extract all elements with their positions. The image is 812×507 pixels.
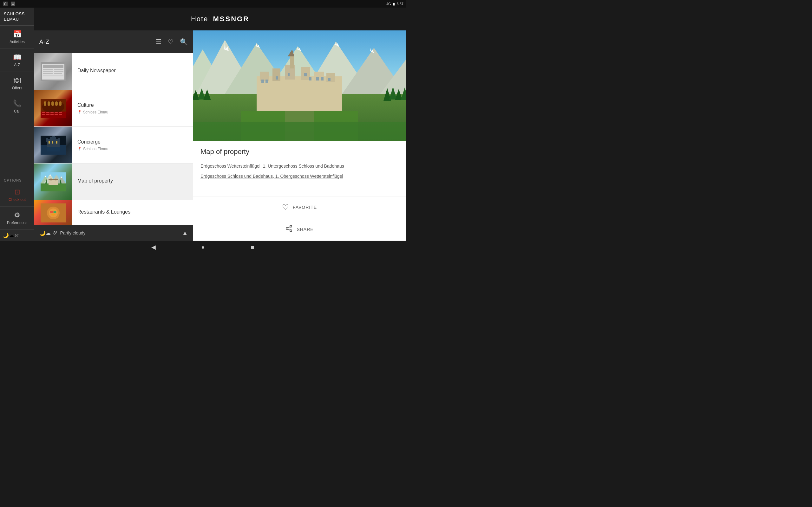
time-label: 6:57 xyxy=(397,2,403,6)
status-bar: G A 4G ▮ 6:57 xyxy=(0,0,406,8)
sidebar: SCHLOSS ELMAU 📅 Activities 📖 A-Z 🍽 Offer… xyxy=(0,8,34,241)
map-title: Map of property xyxy=(78,178,188,184)
restaurants-thumb xyxy=(34,200,72,225)
list-header-title: A-Z xyxy=(39,39,49,45)
culture-subtitle: 📍 Schloss Elmau xyxy=(78,110,188,114)
svg-rect-28 xyxy=(48,101,50,106)
svg-point-115 xyxy=(286,228,288,229)
concierge-location: Schloss Elmau xyxy=(83,147,108,151)
back-button[interactable]: ◀ xyxy=(148,241,159,253)
weather-info: 🌙☁ 8° Partly cloudy xyxy=(39,230,86,236)
svg-rect-45 xyxy=(47,147,60,152)
svg-rect-97 xyxy=(290,56,294,68)
detail-link-1[interactable]: Erdgeschoss Wettersteinflügel, 1. Unterg… xyxy=(200,164,398,169)
svg-rect-31 xyxy=(59,101,61,106)
hotel-name-line2: ELMAU xyxy=(4,17,31,22)
svg-rect-12 xyxy=(54,73,62,74)
svg-rect-113 xyxy=(193,122,406,141)
offers-label: Offers xyxy=(12,86,22,90)
activities-label: Activities xyxy=(9,40,24,44)
culture-location: Schloss Elmau xyxy=(83,110,108,114)
svg-point-116 xyxy=(290,230,292,232)
sidebar-item-az[interactable]: 📖 A-Z xyxy=(0,49,34,72)
svg-point-65 xyxy=(53,211,56,213)
list-header: A-Z ☰ ♡ 🔍 xyxy=(34,31,193,53)
home-button[interactable]: ● xyxy=(197,241,209,253)
options-label: OPTIONS xyxy=(0,175,34,183)
culture-thumb xyxy=(34,90,72,126)
favorite-icon-header[interactable]: ♡ xyxy=(168,38,173,46)
sidebar-item-call[interactable]: 📞 Call xyxy=(0,95,34,118)
svg-rect-24 xyxy=(50,114,54,115)
culture-title: Culture xyxy=(78,102,188,108)
sidebar-item-checkout[interactable]: ⊡ Check out xyxy=(0,183,34,207)
map-thumb-img xyxy=(34,164,72,200)
svg-rect-101 xyxy=(326,73,335,82)
recent-button[interactable]: ■ xyxy=(247,241,258,253)
list-item-newspaper[interactable]: Daily Newspaper xyxy=(34,53,193,90)
weather-description: Partly cloudy xyxy=(60,230,85,235)
detail-link-2[interactable]: Erdgeschoss Schloss und Badehaus, 1. Obe… xyxy=(200,174,398,179)
app-icon: A xyxy=(10,1,16,7)
svg-rect-30 xyxy=(55,101,58,106)
action-favorite[interactable]: ♡ FAVORITE xyxy=(193,196,406,218)
sidebar-item-offers[interactable]: 🍽 Offers xyxy=(0,72,34,95)
checkout-label: Check out xyxy=(9,198,26,202)
signal-label: 4G xyxy=(386,2,391,6)
list-item-map[interactable]: Map of property xyxy=(34,164,193,200)
heart-icon: ♡ xyxy=(282,203,289,212)
restaurants-thumb-img xyxy=(34,200,72,225)
restaurants-title: Restaurants & Lounges xyxy=(78,209,188,215)
google-icon: G xyxy=(3,1,8,7)
nav-bar: ◀ ● ■ xyxy=(0,241,406,253)
svg-rect-6 xyxy=(43,65,63,68)
list-item-culture[interactable]: Culture 📍 Schloss Elmau xyxy=(34,90,193,127)
svg-rect-108 xyxy=(316,77,319,80)
book-icon: 📖 xyxy=(13,53,21,61)
preferences-label: Preferences xyxy=(7,221,28,225)
svg-rect-20 xyxy=(55,112,58,113)
detail-title: Map of property xyxy=(200,148,398,156)
search-icon[interactable]: 🔍 xyxy=(180,38,188,46)
culture-content: Culture 📍 Schloss Elmau xyxy=(72,99,193,118)
svg-rect-22 xyxy=(42,114,45,115)
weather-icon: 🌙☁ xyxy=(39,230,51,236)
list-item-concierge[interactable]: Concierge 📍 Schloss Elmau xyxy=(34,127,193,164)
detail-panel: Map of property Erdgeschoss Wettersteinf… xyxy=(193,31,406,241)
svg-rect-23 xyxy=(46,114,49,115)
action-share[interactable]: SHARE xyxy=(193,218,406,241)
svg-point-66 xyxy=(51,214,55,216)
list-header-icons: ☰ ♡ 🔍 xyxy=(156,38,188,46)
phone-icon: 📞 xyxy=(13,100,21,108)
gear-icon: ⚙ xyxy=(14,211,20,219)
svg-rect-21 xyxy=(59,112,62,113)
weather-icon-sidebar: 🌙☁ xyxy=(3,232,14,238)
share-label: SHARE xyxy=(297,227,313,232)
svg-point-114 xyxy=(290,225,292,227)
svg-line-117 xyxy=(288,229,290,230)
svg-rect-25 xyxy=(55,114,58,115)
newspaper-content: Daily Newspaper xyxy=(72,64,193,79)
sidebar-item-preferences[interactable]: ⚙ Preferences xyxy=(0,207,34,230)
filter-icon[interactable]: ☰ xyxy=(156,38,161,46)
sidebar-hotel-name: SCHLOSS ELMAU xyxy=(0,8,34,26)
svg-rect-38 xyxy=(50,137,52,140)
sidebar-item-activities[interactable]: 📅 Activities xyxy=(0,26,34,49)
list-item-restaurants[interactable]: Restaurants & Lounges xyxy=(34,200,193,225)
location-icon-concierge: 📍 xyxy=(78,147,82,151)
svg-line-118 xyxy=(288,227,290,228)
list-panel: A-Z ☰ ♡ 🔍 xyxy=(34,31,193,241)
sidebar-weather: 🌙☁ 8° xyxy=(0,230,34,241)
status-bar-left: G A xyxy=(3,1,16,7)
concierge-title: Concierge xyxy=(78,139,188,145)
concierge-thumb-img xyxy=(34,127,72,163)
svg-rect-9 xyxy=(43,73,53,74)
svg-rect-102 xyxy=(261,79,264,83)
svg-rect-104 xyxy=(275,76,278,79)
location-icon-culture: 📍 xyxy=(78,110,82,114)
svg-rect-18 xyxy=(46,112,49,113)
svg-text:A: A xyxy=(12,3,14,6)
status-bar-right: 4G ▮ 6:57 xyxy=(386,2,403,6)
svg-rect-8 xyxy=(43,71,53,72)
weather-chevron[interactable]: ▲ xyxy=(182,230,188,236)
